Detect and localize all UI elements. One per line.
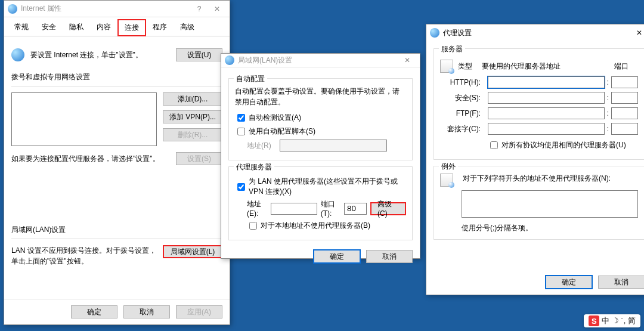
add-vpn-button[interactable]: 添加 VPN(P)... <box>163 110 222 123</box>
http-addr-input[interactable] <box>488 76 605 88</box>
apply-button: 应用(A) <box>176 305 222 318</box>
ime-badge: S <box>589 315 599 326</box>
socks-addr-input[interactable] <box>488 123 605 135</box>
window-title: 局域网(LAN)设置 <box>238 55 292 66</box>
exceptions-group: 例外 对于下列字符开头的地址不使用代理服务器(N): 使用分号(;)分隔各项。 <box>434 166 644 240</box>
group-title: 服务器 <box>439 44 465 54</box>
lan-note: LAN 设置不应用到拨号连接。对于拨号设置，单击上面的"设置"按钮。 <box>11 245 157 267</box>
window-title: Internet 属性 <box>21 4 61 14</box>
help-button[interactable]: ? <box>190 2 208 16</box>
proxy-group: 代理服务器 为 LAN 使用代理服务器(这些设置不用于拨号或 VPN 连接)(X… <box>228 166 413 240</box>
col-addr: 要使用的代理服务器地址 <box>482 61 614 72</box>
globe-icon <box>11 48 24 61</box>
internet-properties-window: Internet 属性 ? ✕ 常规 安全 隐私 内容 连接 程序 高级 要设置… <box>4 0 230 325</box>
col-port: 端口 <box>614 61 638 72</box>
tabs-bar: 常规 安全 隐私 内容 连接 程序 高级 <box>4 17 230 36</box>
ftp-port-input[interactable] <box>611 107 638 119</box>
use-proxy-label: 为 LAN 使用代理服务器(这些设置不用于拨号或 VPN 连接)(X) <box>249 177 406 197</box>
dialup-heading: 拨号和虚拟专用网络设置 <box>11 72 222 82</box>
ime-status: 中 ☽ ˙, 简 <box>602 315 636 326</box>
auto-script-checkbox[interactable] <box>237 128 245 135</box>
bypass-local-checkbox[interactable] <box>249 222 257 230</box>
cancel-button[interactable]: 取消 <box>366 250 413 263</box>
ok-button[interactable]: 确定 <box>546 276 592 289</box>
secure-port-input[interactable] <box>611 92 638 104</box>
advanced-button[interactable]: 高级(C) <box>370 202 406 215</box>
proxy-settings-window: 代理设置 ✕ 服务器 类型 要使用的代理服务器地址 端口 HTTP(H): : … <box>426 24 644 295</box>
tab-connections[interactable]: 连接 <box>117 19 146 36</box>
add-button[interactable]: 添加(D)... <box>163 92 222 106</box>
proxy-port-input[interactable] <box>344 203 367 215</box>
group-title: 代理服务器 <box>234 162 274 172</box>
server-icon <box>440 60 453 73</box>
use-proxy-checkbox[interactable] <box>237 183 245 191</box>
tab-security[interactable]: 安全 <box>35 19 63 36</box>
cancel-button[interactable]: 取消 <box>598 276 644 289</box>
addr2-label: 地址(E): <box>247 199 267 218</box>
setup-button[interactable]: 设置(U) <box>176 48 222 61</box>
cancel-button[interactable]: 取消 <box>123 305 170 318</box>
server-group: 服务器 类型 要使用的代理服务器地址 端口 HTTP(H): : 安全(S): … <box>434 48 644 160</box>
port-label: 端口(T): <box>321 199 340 218</box>
internet-icon <box>225 55 234 65</box>
auto-config-group: 自动配置 自动配置会覆盖手动设置。要确保使用手动设置，请禁用自动配置。 自动检测… <box>228 78 413 160</box>
auto-config-note: 自动配置会覆盖手动设置。要确保使用手动设置，请禁用自动配置。 <box>235 86 406 107</box>
auto-detect-checkbox[interactable] <box>237 114 245 122</box>
tab-content[interactable]: 内容 <box>90 19 117 36</box>
same-for-all-checkbox[interactable] <box>490 141 498 149</box>
bypass-local-label: 对于本地地址不使用代理服务器(B) <box>261 221 370 231</box>
ftp-label: FTP(F): <box>440 109 488 117</box>
tab-advanced[interactable]: 高级 <box>174 19 201 36</box>
internet-icon <box>8 4 17 14</box>
auto-detect-label: 自动检测设置(A) <box>249 113 301 123</box>
ftp-addr-input[interactable] <box>488 107 605 119</box>
sep-note: 使用分号(;)分隔各项。 <box>440 223 638 233</box>
internet-icon <box>430 28 439 38</box>
server-icon <box>440 174 453 187</box>
settings2-button: 设置(S) <box>176 152 222 165</box>
lan-settings-button[interactable]: 局域网设置(L) <box>163 245 222 258</box>
script-addr-input <box>280 140 387 151</box>
secure-addr-input[interactable] <box>488 92 605 104</box>
proxy-addr-input[interactable] <box>271 203 317 215</box>
tab-privacy[interactable]: 隐私 <box>63 19 90 36</box>
tab-programs[interactable]: 程序 <box>146 19 174 36</box>
exceptions-textarea[interactable] <box>462 190 638 218</box>
dialup-listbox[interactable] <box>11 92 157 146</box>
close-button[interactable]: ✕ <box>208 2 226 16</box>
addr-label: 地址(R) <box>247 141 280 151</box>
close-button[interactable]: ✕ <box>398 54 416 67</box>
col-type: 类型 <box>458 61 482 72</box>
window-title: 代理设置 <box>443 28 472 38</box>
titlebar: 代理设置 ✕ <box>426 24 644 41</box>
socks-label: 套接字(C): <box>440 124 488 134</box>
ok-button[interactable]: 确定 <box>71 305 117 318</box>
close-button[interactable]: ✕ <box>630 26 644 39</box>
http-port-input[interactable] <box>611 76 638 88</box>
http-label: HTTP(H): <box>440 78 488 86</box>
same-for-all-label: 对所有协议均使用相同的代理服务器(U) <box>501 140 626 150</box>
remove-button: 删除(R)... <box>163 128 222 141</box>
tab-general[interactable]: 常规 <box>8 19 35 36</box>
ime-toolbar[interactable]: S 中 ☽ ˙, 简 <box>584 314 640 327</box>
titlebar: 局域网(LAN)设置 ✕ <box>221 54 420 67</box>
except-note: 对于下列字符开头的地址不使用代理服务器(N): <box>463 174 638 184</box>
group-title: 自动配置 <box>234 74 267 84</box>
titlebar: Internet 属性 ? ✕ <box>4 1 230 17</box>
secure-label: 安全(S): <box>440 93 488 103</box>
lan-heading: 局域网(LAN)设置 <box>11 225 222 235</box>
auto-script-label: 使用自动配置脚本(S) <box>249 126 315 137</box>
ok-button[interactable]: 确定 <box>314 250 360 263</box>
setup-text: 要设置 Internet 连接，单击"设置"。 <box>30 50 170 60</box>
proxy-note: 如果要为连接配置代理服务器，请选择"设置"。 <box>11 154 170 164</box>
lan-settings-window: 局域网(LAN)设置 ✕ 自动配置 自动配置会覆盖手动设置。要确保使用手动设置，… <box>221 53 420 259</box>
group-title: 例外 <box>439 162 458 172</box>
socks-port-input[interactable] <box>611 123 638 135</box>
